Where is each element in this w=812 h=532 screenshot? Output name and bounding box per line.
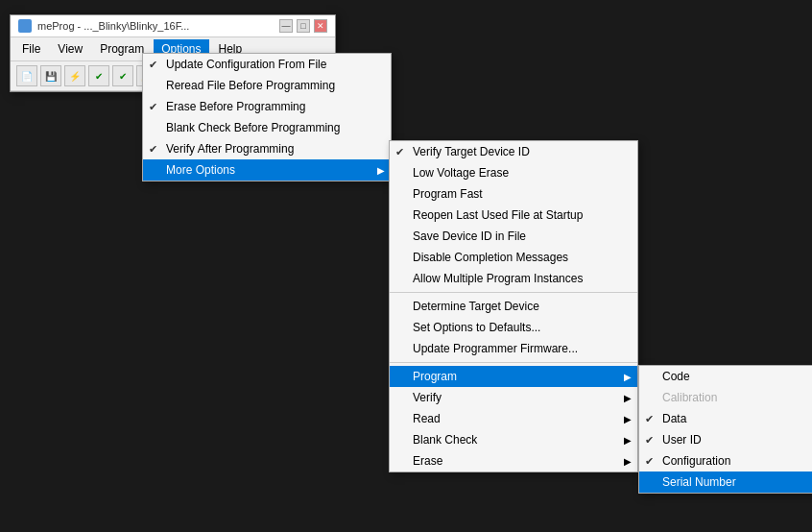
verify-arrow: ▶ [624, 393, 632, 403]
prog-data[interactable]: ✔ Data [639, 408, 812, 429]
sep-2 [390, 362, 637, 363]
title-controls: — □ ✕ [279, 19, 327, 33]
option-save-device-id[interactable]: Save Device ID in File [390, 226, 637, 247]
sep-1 [390, 292, 637, 293]
prog-user-id[interactable]: ✔ User ID [639, 429, 812, 450]
check-user-id: ✔ [645, 434, 654, 447]
title-bar: meProg - ..._Blinky\Blinky_16F... — □ ✕ [11, 15, 335, 37]
option-program-fast[interactable]: Program Fast [390, 183, 637, 205]
minimize-button[interactable]: — [279, 19, 293, 33]
toolbar-new[interactable]: 📄 [16, 65, 37, 86]
toolbar-verify[interactable]: ✔ [88, 65, 109, 86]
erase-arrow: ▶ [624, 456, 632, 467]
program-arrow: ▶ [624, 372, 632, 382]
menu-file[interactable]: File [14, 39, 48, 59]
close-button[interactable]: ✕ [314, 19, 327, 33]
program-dropdown: Code Calibration ✔ Data ✔ User ID ✔ Conf… [638, 365, 812, 494]
prog-code[interactable]: Code [639, 366, 812, 387]
option-verify-device-id[interactable]: ✔ Verify Target Device ID [390, 141, 637, 162]
option-reopen-last[interactable]: Reopen Last Used File at Startup [390, 205, 637, 226]
prog-configuration[interactable]: ✔ Configuration [639, 450, 812, 472]
toolbar-program[interactable]: ⚡ [64, 65, 85, 86]
more-options-arrow: ▶ [377, 165, 385, 176]
option-low-voltage-erase[interactable]: Low Voltage Erase [390, 162, 637, 183]
check-erase-before: ✔ [149, 101, 157, 113]
check-update-config: ✔ [149, 59, 157, 71]
blank-check-arrow: ▶ [624, 435, 632, 446]
read-arrow: ▶ [624, 414, 632, 424]
options-dropdown: ✔ Update Configuration From File Reread … [142, 53, 392, 181]
option-program-submenu[interactable]: Program ▶ [390, 366, 637, 387]
option-read-submenu[interactable]: Read ▶ [390, 408, 637, 429]
check-verify-device-id: ✔ [395, 146, 404, 158]
option-verify-submenu[interactable]: Verify ▶ [390, 387, 637, 408]
option-update-config[interactable]: ✔ Update Configuration From File [143, 54, 391, 75]
option-determine-target[interactable]: Determine Target Device [390, 296, 637, 317]
option-verify-after[interactable]: ✔ Verify After Programming [143, 138, 391, 159]
option-reread-file[interactable]: Reread File Before Programming [143, 75, 391, 96]
option-erase-before[interactable]: ✔ Erase Before Programming [143, 96, 391, 117]
option-set-defaults[interactable]: Set Options to Defaults... [390, 317, 637, 338]
prog-serial-number[interactable]: Serial Number [639, 472, 812, 493]
prog-calibration[interactable]: Calibration [639, 387, 812, 408]
toolbar-save[interactable]: 💾 [40, 65, 61, 86]
window-title: meProg - ..._Blinky\Blinky_16F... [37, 20, 189, 32]
maximize-button[interactable]: □ [297, 19, 310, 33]
option-disable-completion[interactable]: Disable Completion Messages [390, 247, 637, 268]
check-verify-after: ✔ [149, 143, 157, 156]
menu-view[interactable]: View [50, 39, 90, 59]
option-erase-submenu[interactable]: Erase ▶ [390, 450, 637, 472]
option-blank-check[interactable]: Blank Check Before Programming [143, 117, 391, 138]
toolbar-verify2[interactable]: ✔ [112, 65, 133, 86]
option-more-options[interactable]: More Options ▶ [143, 159, 391, 181]
check-data: ✔ [645, 413, 654, 425]
app-icon [18, 19, 32, 33]
option-allow-multiple[interactable]: Allow Multiple Program Instances [390, 268, 637, 289]
option-blank-check-submenu[interactable]: Blank Check ▶ [390, 429, 637, 450]
more-options-dropdown: ✔ Verify Target Device ID Low Voltage Er… [389, 140, 638, 472]
check-configuration: ✔ [645, 455, 654, 468]
option-update-firmware[interactable]: Update Programmer Firmware... [390, 338, 637, 359]
